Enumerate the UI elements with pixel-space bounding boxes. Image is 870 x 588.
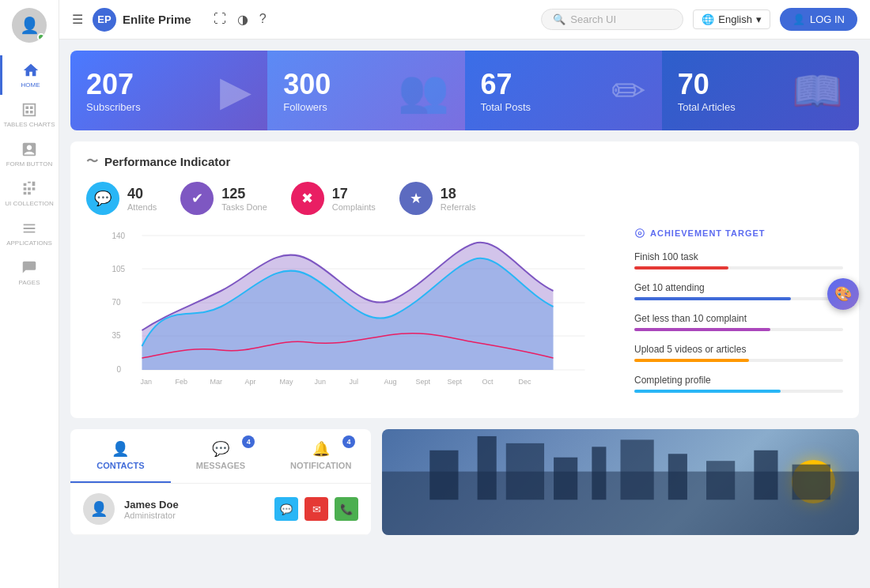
sidebar-label-tables: Tables Charts	[3, 121, 55, 128]
referrals-value: 18	[441, 186, 476, 202]
metric-attends: 💬 40 Attends	[86, 182, 157, 215]
ach-bar-1	[634, 297, 791, 300]
svg-text:0: 0	[117, 365, 122, 374]
achievement-title: ACHIEVEMENT TARGET	[634, 228, 843, 239]
target-icon	[634, 228, 645, 239]
brand-name: Enlite Prime	[123, 13, 191, 26]
complaints-value: 17	[332, 186, 376, 202]
ach-item-3: Upload 5 videos or articles	[634, 344, 843, 362]
svg-text:140: 140	[112, 232, 126, 240]
tab-messages[interactable]: 💬 MESSAGES 4	[171, 429, 271, 483]
login-label: LOG IN	[810, 13, 845, 25]
messages-tab-label: MESSAGES	[196, 461, 245, 470]
search-placeholder: Search UI	[570, 13, 616, 25]
hamburger-menu[interactable]: ☰	[72, 12, 83, 27]
tasks-circle: ✔	[180, 182, 214, 215]
performance-panel: 〜 Performance Indicator 💬 40 Attends ✔ 1…	[70, 141, 859, 418]
brand-icon: EP	[93, 8, 116, 32]
sidebar-item-tables[interactable]: Tables Charts	[0, 95, 59, 134]
bottom-section: 👤 CONTACTS 💬 MESSAGES 4 🔔 NOTIFICATION 4	[70, 429, 859, 535]
sidebar-label-home: Home	[21, 81, 40, 89]
metric-tasks: ✔ 125 Tasks Done	[180, 182, 267, 215]
search-icon: 🔍	[553, 13, 566, 25]
sidebar-item-home[interactable]: Home	[0, 55, 59, 95]
attends-circle: 💬	[86, 182, 119, 215]
topnav: ☰ EP Enlite Prime ⛶ ◑ ? 🔍 Search UI 🌐 En…	[59, 0, 870, 40]
james-info: James Doe Administrator	[124, 499, 265, 520]
phone-button[interactable]: 📞	[335, 497, 358, 521]
notification-tab-label: NOTIFICATION	[290, 461, 351, 470]
sidebar-label-ui: UI Collection	[5, 200, 53, 207]
people-icon: 👥	[398, 66, 449, 115]
svg-text:105: 105	[112, 265, 126, 273]
svg-rect-26	[554, 458, 577, 500]
svg-text:Feb: Feb	[176, 378, 188, 386]
email-button[interactable]: ✉	[304, 497, 328, 521]
nav-icons: ⛶ ◑ ?	[214, 12, 267, 27]
help-icon[interactable]: ?	[259, 12, 267, 27]
login-button[interactable]: 👤 LOG IN	[780, 8, 857, 31]
svg-text:35: 35	[112, 331, 122, 340]
ach-bar-0	[634, 266, 728, 270]
tab-notifications[interactable]: 🔔 NOTIFICATION 4	[270, 429, 371, 483]
svg-rect-31	[754, 450, 777, 500]
ach-item-0: Finish 100 task	[634, 251, 843, 270]
chevron-down-icon: ▾	[756, 13, 762, 25]
sidebar-label-apps: Applications	[6, 239, 52, 247]
svg-text:Dec: Dec	[519, 378, 532, 386]
ui-icon	[21, 180, 38, 198]
svg-text:Aug: Aug	[384, 378, 397, 386]
ach-label-4: Completing profile	[634, 375, 843, 386]
svg-text:Mar: Mar	[210, 378, 223, 386]
complaints-circle: ✖	[291, 182, 324, 215]
performance-chart: 140 105 70 35 0	[86, 228, 609, 386]
ach-bar-4	[634, 390, 781, 393]
messages-tab-icon: 💬	[212, 440, 229, 458]
online-indicator	[37, 33, 45, 41]
contrast-icon[interactable]: ◑	[237, 12, 248, 27]
city-skyline	[382, 429, 859, 535]
contacts-tab-icon: 👤	[112, 440, 129, 458]
floating-action-button[interactable]: 🎨	[827, 278, 859, 310]
tab-contacts[interactable]: 👤 CONTACTS	[70, 429, 171, 483]
svg-text:Jul: Jul	[350, 378, 359, 386]
sidebar-item-ui[interactable]: UI Collection	[0, 174, 59, 213]
stat-cards: 207 Subscribers ▶ 300 Followers 👥 67 Tot…	[70, 51, 859, 130]
referrals-label: Referrals	[441, 202, 476, 212]
pages-icon	[21, 259, 38, 277]
contacts-tabs: 👤 CONTACTS 💬 MESSAGES 4 🔔 NOTIFICATION 4	[70, 429, 371, 484]
avatar: 👤	[12, 8, 47, 43]
svg-rect-23	[429, 450, 458, 500]
sidebar-item-pages[interactable]: Pages	[0, 253, 59, 292]
book-icon: 📖	[792, 66, 843, 115]
ach-label-0: Finish 100 task	[634, 251, 843, 262]
attends-value: 40	[127, 186, 157, 202]
svg-text:Sept: Sept	[416, 378, 431, 386]
user-circle-icon: 👤	[792, 13, 805, 25]
svg-text:Sept: Sept	[448, 378, 463, 386]
chat-button[interactable]: 💬	[274, 497, 298, 521]
search-bar[interactable]: 🔍 Search UI	[541, 9, 683, 30]
james-avatar: 👤	[83, 493, 115, 525]
language-selector[interactable]: 🌐 English ▾	[693, 9, 770, 29]
sidebar-label-pages: Pages	[19, 279, 40, 286]
expand-icon[interactable]: ⛶	[214, 12, 226, 27]
stat-card-articles: 70 Total Articles 📖	[662, 51, 859, 130]
chart-container: 140 105 70 35 0	[86, 228, 609, 405]
contacts-panel: 👤 CONTACTS 💬 MESSAGES 4 🔔 NOTIFICATION 4	[70, 429, 371, 535]
attends-label: Attends	[127, 202, 157, 212]
performance-header: 〜 Performance Indicator	[86, 154, 843, 169]
ach-item-1: Get 10 attending	[634, 282, 843, 300]
sidebar-item-apps[interactable]: Applications	[0, 213, 59, 253]
stat-card-subscribers: 207 Subscribers ▶	[70, 51, 267, 130]
notification-badge: 4	[342, 435, 355, 448]
form-icon	[21, 141, 38, 158]
messages-badge: 4	[242, 435, 255, 448]
trend-icon: 〜	[86, 154, 98, 169]
svg-rect-32	[792, 465, 830, 500]
svg-text:Jun: Jun	[315, 378, 327, 386]
svg-rect-29	[668, 454, 687, 499]
map-panel	[382, 429, 859, 535]
sidebar-item-form[interactable]: Form Button	[0, 134, 59, 174]
chart-area: 140 105 70 35 0	[86, 228, 843, 405]
